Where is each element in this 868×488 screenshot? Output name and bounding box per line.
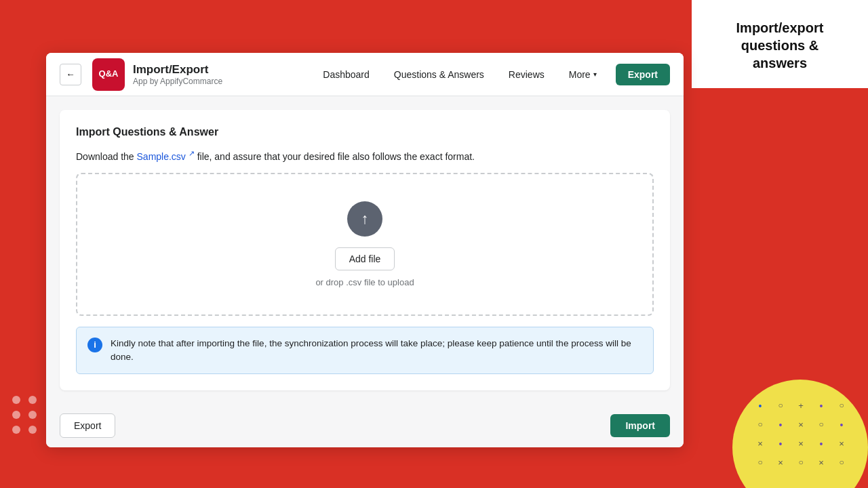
upload-icon: ↑ [361, 211, 369, 226]
app-header: ← Q&A Import/Export App by AppifyCommarc… [46, 53, 684, 96]
decorative-dot-grid: • ○ + • ○ ○ • × ○ • × • × • × ○ × ○ × ○ [754, 401, 848, 468]
file-drop-zone[interactable]: ↑ Add file or drop .csv file to upload [76, 173, 654, 316]
annotation-title: Import/export questions & answers [712, 19, 848, 72]
back-icon: ← [66, 69, 75, 79]
chevron-down-icon: ▾ [593, 70, 597, 78]
app-window: ← Q&A Import/Export App by AppifyCommarc… [46, 53, 684, 447]
info-box: i Kindly note that after importing the f… [76, 327, 654, 375]
add-file-button[interactable]: Add file [335, 247, 395, 270]
upload-icon-circle: ↑ [347, 201, 382, 237]
info-icon: i [87, 338, 102, 352]
app-content: Import Questions & Answer Download the S… [46, 96, 684, 404]
sample-csv-link[interactable]: Sample.csv ↗ [137, 151, 197, 162]
app-subtitle: App by AppifyCommarce [133, 77, 312, 86]
import-card-title: Import Questions & Answer [76, 126, 654, 138]
app-title: Import/Export [133, 63, 312, 77]
nav-dashboard[interactable]: Dashboard [312, 64, 380, 85]
decorative-dots-left [12, 396, 38, 434]
nav-reviews[interactable]: Reviews [498, 64, 555, 85]
import-card: Import Questions & Answer Download the S… [60, 110, 670, 390]
header-nav: Dashboard Questions & Answers Reviews Mo… [312, 64, 670, 85]
drop-hint-text: or drop .csv file to upload [91, 277, 639, 287]
header-export-button[interactable]: Export [616, 64, 670, 85]
app-footer: Export Import [46, 404, 684, 447]
app-logo: Q&A [92, 58, 125, 91]
sample-description: Download the Sample.csv ↗ file, and assu… [76, 149, 654, 162]
info-message: Kindly note that after importing the fil… [111, 337, 642, 365]
nav-more[interactable]: More ▾ [558, 64, 608, 85]
back-button[interactable]: ← [60, 64, 81, 85]
annotation-panel: Import/export questions & answers [692, 0, 868, 88]
nav-questions-answers[interactable]: Questions & Answers [383, 64, 495, 85]
footer-export-button[interactable]: Export [60, 413, 115, 438]
app-title-group: Import/Export App by AppifyCommarce [133, 63, 312, 86]
external-link-icon: ↗ [189, 149, 195, 157]
footer-import-button[interactable]: Import [610, 414, 670, 437]
